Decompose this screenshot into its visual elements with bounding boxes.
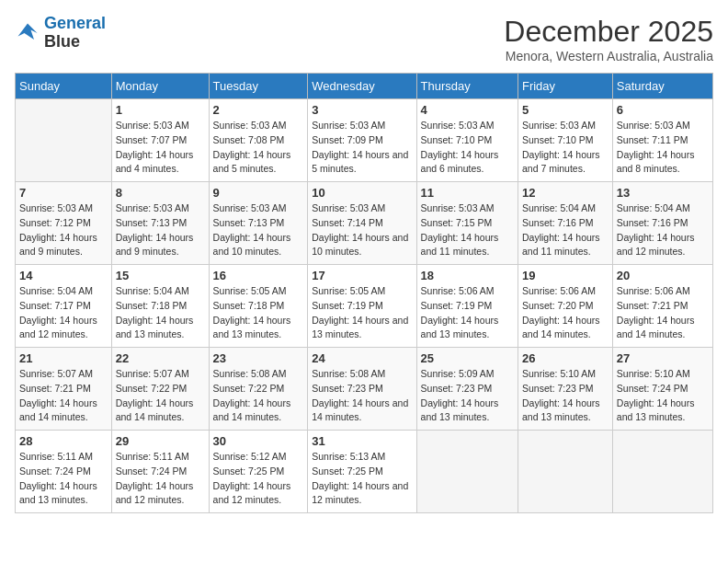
- calendar-cell: 2Sunrise: 5:03 AMSunset: 7:08 PMDaylight…: [209, 99, 308, 182]
- day-header-row: SundayMondayTuesdayWednesdayThursdayFrid…: [16, 74, 713, 99]
- day-info: Sunrise: 5:10 AMSunset: 7:23 PMDaylight:…: [522, 367, 609, 425]
- calendar-cell: 19Sunrise: 5:06 AMSunset: 7:20 PMDayligh…: [518, 265, 612, 348]
- day-info: Sunrise: 5:04 AMSunset: 7:18 PMDaylight:…: [116, 284, 205, 342]
- day-info: Sunrise: 5:09 AMSunset: 7:23 PMDaylight:…: [421, 367, 514, 425]
- day-info: Sunrise: 5:06 AMSunset: 7:21 PMDaylight:…: [617, 284, 709, 342]
- calendar-cell: 18Sunrise: 5:06 AMSunset: 7:19 PMDayligh…: [416, 265, 518, 348]
- day-info: Sunrise: 5:03 AMSunset: 7:14 PMDaylight:…: [312, 201, 412, 259]
- day-number: 29: [116, 434, 205, 448]
- day-info: Sunrise: 5:06 AMSunset: 7:20 PMDaylight:…: [522, 284, 609, 342]
- calendar-week-2: 7Sunrise: 5:03 AMSunset: 7:12 PMDaylight…: [16, 182, 713, 265]
- day-number: 27: [617, 351, 709, 365]
- day-header-thursday: Thursday: [416, 74, 518, 99]
- month-title: December 2025: [504, 15, 713, 49]
- day-info: Sunrise: 5:03 AMSunset: 7:10 PMDaylight:…: [522, 119, 609, 177]
- day-number: 6: [617, 103, 709, 117]
- day-number: 28: [19, 434, 108, 448]
- day-info: Sunrise: 5:07 AMSunset: 7:21 PMDaylight:…: [19, 367, 108, 425]
- day-info: Sunrise: 5:04 AMSunset: 7:16 PMDaylight:…: [522, 201, 609, 259]
- day-info: Sunrise: 5:04 AMSunset: 7:17 PMDaylight:…: [19, 284, 108, 342]
- logo: General Blue: [15, 15, 106, 52]
- day-info: Sunrise: 5:11 AMSunset: 7:24 PMDaylight:…: [19, 450, 108, 508]
- day-header-monday: Monday: [111, 74, 209, 99]
- day-number: 7: [19, 186, 108, 200]
- day-info: Sunrise: 5:05 AMSunset: 7:19 PMDaylight:…: [312, 284, 412, 342]
- calendar-cell: 4Sunrise: 5:03 AMSunset: 7:10 PMDaylight…: [416, 99, 518, 182]
- calendar-cell: 14Sunrise: 5:04 AMSunset: 7:17 PMDayligh…: [16, 265, 112, 348]
- calendar-week-4: 21Sunrise: 5:07 AMSunset: 7:21 PMDayligh…: [16, 348, 713, 431]
- day-info: Sunrise: 5:03 AMSunset: 7:15 PMDaylight:…: [421, 201, 514, 259]
- day-number: 18: [421, 269, 514, 282]
- calendar-cell: 8Sunrise: 5:03 AMSunset: 7:13 PMDaylight…: [111, 182, 209, 265]
- calendar-cell: 13Sunrise: 5:04 AMSunset: 7:16 PMDayligh…: [612, 182, 712, 265]
- day-header-tuesday: Tuesday: [209, 74, 308, 99]
- calendar-cell: 15Sunrise: 5:04 AMSunset: 7:18 PMDayligh…: [111, 265, 209, 348]
- calendar-cell: 3Sunrise: 5:03 AMSunset: 7:09 PMDaylight…: [308, 99, 416, 182]
- day-header-saturday: Saturday: [612, 74, 712, 99]
- day-header-wednesday: Wednesday: [308, 74, 416, 99]
- day-number: 17: [312, 269, 412, 282]
- day-info: Sunrise: 5:08 AMSunset: 7:22 PMDaylight:…: [213, 367, 304, 425]
- calendar-cell: 6Sunrise: 5:03 AMSunset: 7:11 PMDaylight…: [612, 99, 712, 182]
- day-info: Sunrise: 5:03 AMSunset: 7:13 PMDaylight:…: [213, 201, 304, 259]
- calendar-cell: [518, 431, 612, 513]
- calendar-week-1: 1Sunrise: 5:03 AMSunset: 7:07 PMDaylight…: [16, 99, 713, 182]
- day-info: Sunrise: 5:03 AMSunset: 7:08 PMDaylight:…: [213, 119, 304, 177]
- calendar-cell: 20Sunrise: 5:06 AMSunset: 7:21 PMDayligh…: [612, 265, 712, 348]
- day-number: 24: [312, 351, 412, 365]
- day-info: Sunrise: 5:11 AMSunset: 7:24 PMDaylight:…: [116, 450, 205, 508]
- day-number: 20: [617, 269, 709, 282]
- calendar-cell: 26Sunrise: 5:10 AMSunset: 7:23 PMDayligh…: [518, 348, 612, 431]
- day-number: 8: [116, 186, 205, 200]
- calendar-cell: 21Sunrise: 5:07 AMSunset: 7:21 PMDayligh…: [16, 348, 112, 431]
- day-info: Sunrise: 5:03 AMSunset: 7:10 PMDaylight:…: [421, 119, 514, 177]
- day-number: 15: [116, 269, 205, 282]
- calendar-cell: 25Sunrise: 5:09 AMSunset: 7:23 PMDayligh…: [416, 348, 518, 431]
- day-number: 3: [312, 103, 412, 117]
- calendar-cell: 31Sunrise: 5:13 AMSunset: 7:25 PMDayligh…: [308, 431, 416, 513]
- calendar-cell: 12Sunrise: 5:04 AMSunset: 7:16 PMDayligh…: [518, 182, 612, 265]
- logo-icon: [15, 20, 40, 46]
- calendar-cell: 30Sunrise: 5:12 AMSunset: 7:25 PMDayligh…: [209, 431, 308, 513]
- day-number: 30: [213, 434, 304, 448]
- day-info: Sunrise: 5:05 AMSunset: 7:18 PMDaylight:…: [213, 284, 304, 342]
- day-info: Sunrise: 5:03 AMSunset: 7:12 PMDaylight:…: [19, 201, 108, 259]
- day-info: Sunrise: 5:03 AMSunset: 7:09 PMDaylight:…: [312, 119, 412, 177]
- day-number: 4: [421, 103, 514, 117]
- logo-text: General Blue: [44, 15, 106, 52]
- day-number: 14: [19, 269, 108, 282]
- day-header-sunday: Sunday: [16, 74, 112, 99]
- calendar-cell: 22Sunrise: 5:07 AMSunset: 7:22 PMDayligh…: [111, 348, 209, 431]
- day-info: Sunrise: 5:03 AMSunset: 7:13 PMDaylight:…: [116, 201, 205, 259]
- calendar-cell: [612, 431, 712, 513]
- calendar-cell: [416, 431, 518, 513]
- calendar-cell: [16, 99, 112, 182]
- day-number: 10: [312, 186, 412, 200]
- day-info: Sunrise: 5:08 AMSunset: 7:23 PMDaylight:…: [312, 367, 412, 425]
- calendar-cell: 11Sunrise: 5:03 AMSunset: 7:15 PMDayligh…: [416, 182, 518, 265]
- calendar-cell: 1Sunrise: 5:03 AMSunset: 7:07 PMDaylight…: [111, 99, 209, 182]
- calendar-cell: 24Sunrise: 5:08 AMSunset: 7:23 PMDayligh…: [308, 348, 416, 431]
- location-text: Menora, Western Australia, Australia: [504, 49, 713, 63]
- day-number: 11: [421, 186, 514, 200]
- day-number: 1: [116, 103, 205, 117]
- day-number: 12: [522, 186, 609, 200]
- calendar-cell: 16Sunrise: 5:05 AMSunset: 7:18 PMDayligh…: [209, 265, 308, 348]
- logo-line2: Blue: [44, 33, 106, 52]
- day-number: 25: [421, 351, 514, 365]
- calendar-week-5: 28Sunrise: 5:11 AMSunset: 7:24 PMDayligh…: [16, 431, 713, 513]
- calendar-cell: 28Sunrise: 5:11 AMSunset: 7:24 PMDayligh…: [16, 431, 112, 513]
- day-header-friday: Friday: [518, 74, 612, 99]
- day-info: Sunrise: 5:03 AMSunset: 7:11 PMDaylight:…: [617, 119, 709, 177]
- day-number: 16: [213, 269, 304, 282]
- day-info: Sunrise: 5:10 AMSunset: 7:24 PMDaylight:…: [617, 367, 709, 425]
- day-number: 26: [522, 351, 609, 365]
- calendar-week-3: 14Sunrise: 5:04 AMSunset: 7:17 PMDayligh…: [16, 265, 713, 348]
- day-info: Sunrise: 5:03 AMSunset: 7:07 PMDaylight:…: [116, 119, 205, 177]
- calendar-cell: 17Sunrise: 5:05 AMSunset: 7:19 PMDayligh…: [308, 265, 416, 348]
- calendar-cell: 7Sunrise: 5:03 AMSunset: 7:12 PMDaylight…: [16, 182, 112, 265]
- day-info: Sunrise: 5:13 AMSunset: 7:25 PMDaylight:…: [312, 450, 412, 508]
- calendar-cell: 27Sunrise: 5:10 AMSunset: 7:24 PMDayligh…: [612, 348, 712, 431]
- day-info: Sunrise: 5:06 AMSunset: 7:19 PMDaylight:…: [421, 284, 514, 342]
- svg-marker-0: [18, 23, 38, 40]
